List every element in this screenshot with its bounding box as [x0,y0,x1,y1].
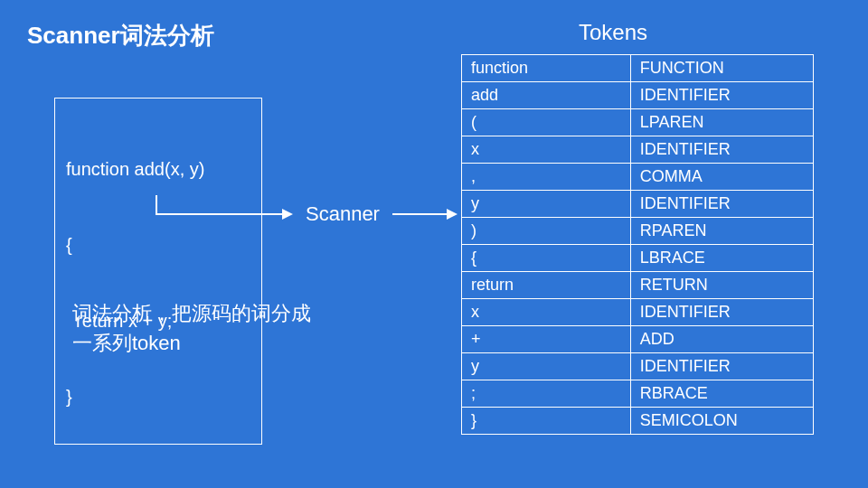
token-type: IDENTIFIER [630,191,813,218]
table-row: functionFUNCTION [462,55,814,82]
token-lexeme: add [462,82,631,109]
token-lexeme: } [462,408,631,435]
code-line: } [66,384,250,409]
token-type: RETURN [630,272,813,299]
token-lexeme: x [462,136,631,164]
arrow-right-icon [282,209,293,220]
tokens-heading: Tokens [579,20,647,45]
table-row: xIDENTIFIER [462,299,814,326]
arrow-right-icon [447,209,458,220]
tokens-table: functionFUNCTIONaddIDENTIFIER(LPARENxIDE… [461,54,814,435]
code-line: function add(x, y) [66,156,250,182]
token-lexeme: { [462,245,631,272]
arrow-segment [392,213,447,215]
token-lexeme: x [462,299,631,326]
token-lexeme: ) [462,218,631,245]
token-type: LBRACE [630,245,813,272]
token-type: IDENTIFIER [630,136,813,164]
table-row: )RPAREN [462,218,814,245]
token-type: IDENTIFIER [630,299,813,326]
table-row: xIDENTIFIER [462,136,814,164]
table-row: yIDENTIFIER [462,353,814,380]
token-type: SEMICOLON [630,408,813,435]
token-type: LPAREN [630,109,813,136]
table-row: ,COMMA [462,164,814,191]
page-title: Scanner词法分析 [27,20,214,52]
token-type: RBRACE [630,380,813,408]
token-lexeme: ( [462,109,631,136]
token-type: FUNCTION [630,55,813,82]
table-row: +ADD [462,326,814,353]
arrow-segment [156,213,282,215]
token-type: IDENTIFIER [630,82,813,109]
table-row: yIDENTIFIER [462,191,814,218]
table-row: }SEMICOLON [462,408,814,435]
table-row: returnRETURN [462,272,814,299]
source-code-box: function add(x, y) { return x + y; } [54,98,262,445]
arrow-down-segment [156,195,157,213]
token-type: RPAREN [630,218,813,245]
description-line: 一系列token [72,328,362,358]
token-lexeme: ; [462,380,631,408]
token-lexeme: y [462,191,631,218]
table-row: {LBRACE [462,245,814,272]
token-lexeme: y [462,353,631,380]
scanner-label: Scanner [306,202,380,226]
token-type: COMMA [630,164,813,191]
token-lexeme: return [462,272,631,299]
token-type: IDENTIFIER [630,353,813,380]
token-type: ADD [630,326,813,353]
code-line: { [66,232,250,258]
token-lexeme: function [462,55,631,82]
table-row: ;RBRACE [462,380,814,408]
description-line: 词法分析，把源码的词分成 [72,298,362,328]
table-row: (LPAREN [462,109,814,136]
token-lexeme: + [462,326,631,353]
scanner-flow: Scanner [156,201,458,228]
table-row: addIDENTIFIER [462,82,814,109]
description-text: 词法分析，把源码的词分成 一系列token [72,298,362,358]
token-lexeme: , [462,164,631,191]
